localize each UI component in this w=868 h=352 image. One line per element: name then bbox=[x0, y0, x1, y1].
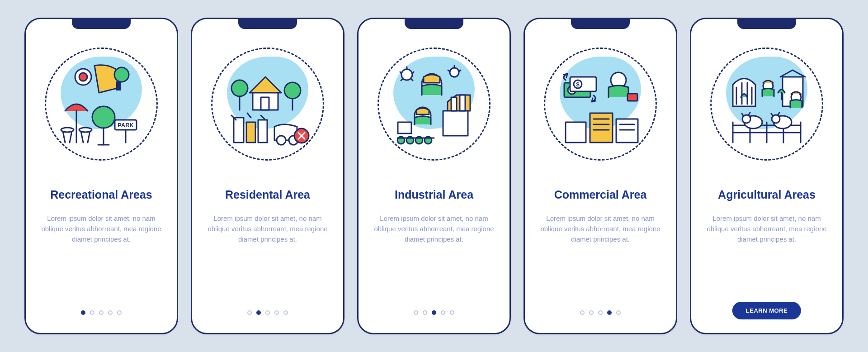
pagination-dots bbox=[247, 310, 288, 315]
commercial-illustration-icon: $ $ bbox=[548, 52, 652, 156]
svg-rect-20 bbox=[246, 122, 255, 143]
svg-rect-52 bbox=[566, 122, 586, 143]
svg-point-10 bbox=[79, 73, 87, 81]
recreational-illustration-icon: PARK bbox=[49, 52, 153, 156]
svg-rect-53 bbox=[616, 119, 638, 143]
screen-description: Lorem ipsum dolor sit amet, no nam obliq… bbox=[704, 213, 830, 245]
illustration-container: PARK bbox=[40, 36, 162, 172]
onboarding-screen: Residental Area Lorem ipsum dolor sit am… bbox=[191, 18, 344, 334]
screen-title: Commercial Area bbox=[554, 188, 647, 201]
svg-rect-31 bbox=[443, 111, 468, 136]
svg-point-7 bbox=[61, 128, 74, 132]
phone-notch bbox=[238, 19, 297, 29]
pagination-dot[interactable] bbox=[616, 310, 621, 315]
screen-description: Lorem ipsum dolor sit amet, no nam obliq… bbox=[205, 213, 330, 245]
onboarding-screen: PARK Recreational Areas Lorem ipsum dolo… bbox=[24, 18, 178, 334]
screen-description: Lorem ipsum dolor sit amet, no nam obliq… bbox=[371, 213, 497, 245]
svg-rect-32 bbox=[451, 97, 457, 111]
phone-notch bbox=[405, 19, 463, 29]
agricultural-illustration-icon bbox=[715, 52, 819, 156]
svg-point-8 bbox=[79, 128, 92, 132]
pagination-dots bbox=[580, 310, 621, 315]
svg-rect-48 bbox=[590, 113, 613, 143]
svg-rect-14 bbox=[261, 97, 269, 110]
pagination-dot[interactable] bbox=[247, 310, 252, 315]
pagination-dot[interactable] bbox=[99, 310, 104, 315]
illustration-container bbox=[373, 36, 495, 172]
screen-title: Residental Area bbox=[225, 188, 310, 201]
phone-notch bbox=[737, 19, 796, 29]
industrial-illustration-icon bbox=[382, 52, 486, 156]
pagination-dot[interactable] bbox=[283, 310, 288, 315]
svg-rect-21 bbox=[258, 120, 267, 143]
onboarding-screen: $ $ Commercial Area bbox=[524, 18, 677, 334]
svg-point-17 bbox=[284, 82, 301, 99]
pagination-dots bbox=[81, 310, 122, 315]
svg-text:PARK: PARK bbox=[118, 122, 134, 128]
pagination-dot[interactable] bbox=[423, 310, 427, 315]
svg-text:$: $ bbox=[576, 81, 580, 88]
screen-title: Industrial Area bbox=[395, 188, 473, 201]
svg-rect-33 bbox=[460, 95, 465, 111]
illustration-container bbox=[207, 36, 329, 172]
svg-rect-12 bbox=[116, 81, 121, 90]
svg-point-11 bbox=[114, 67, 129, 82]
svg-point-15 bbox=[231, 80, 248, 96]
screen-description: Lorem ipsum dolor sit amet, no nam obliq… bbox=[38, 213, 164, 245]
pagination-dot[interactable] bbox=[414, 310, 418, 315]
svg-point-28 bbox=[450, 68, 459, 77]
phone-notch bbox=[571, 19, 630, 29]
svg-rect-47 bbox=[627, 94, 637, 101]
pagination-dot[interactable] bbox=[580, 310, 585, 315]
svg-rect-3 bbox=[92, 106, 115, 128]
pagination-dot[interactable] bbox=[441, 310, 445, 315]
pagination-dots bbox=[414, 310, 454, 315]
screen-title: Recreational Areas bbox=[50, 188, 152, 201]
screen-title: Agricultural Areas bbox=[718, 188, 816, 201]
phone-notch bbox=[72, 19, 131, 29]
pagination-dot[interactable] bbox=[274, 310, 279, 315]
svg-rect-34 bbox=[398, 122, 411, 133]
pagination-dot[interactable] bbox=[81, 310, 85, 315]
pagination-dot[interactable] bbox=[256, 310, 261, 315]
pagination-dot[interactable] bbox=[265, 310, 270, 315]
pagination-dot[interactable] bbox=[432, 310, 436, 315]
screen-description: Lorem ipsum dolor sit amet, no nam obliq… bbox=[538, 213, 663, 245]
pagination-dot[interactable] bbox=[117, 310, 122, 315]
residential-illustration-icon bbox=[216, 52, 320, 156]
illustration-container: $ $ bbox=[539, 36, 661, 172]
pagination-dot[interactable] bbox=[108, 310, 113, 315]
onboarding-screen: Agricultural Areas Lorem ipsum dolor sit… bbox=[690, 18, 844, 334]
learn-more-button[interactable]: LEARN MORE bbox=[732, 302, 801, 319]
pagination-dot[interactable] bbox=[607, 310, 612, 315]
pagination-dot[interactable] bbox=[90, 310, 94, 315]
svg-point-22 bbox=[277, 136, 286, 145]
svg-rect-19 bbox=[234, 118, 244, 143]
onboarding-screen: Industrial Area Lorem ipsum dolor sit am… bbox=[357, 18, 511, 334]
pagination-dot[interactable] bbox=[589, 310, 594, 315]
illustration-container bbox=[706, 36, 828, 172]
pagination-dot[interactable] bbox=[450, 310, 454, 315]
pagination-dot[interactable] bbox=[598, 310, 603, 315]
